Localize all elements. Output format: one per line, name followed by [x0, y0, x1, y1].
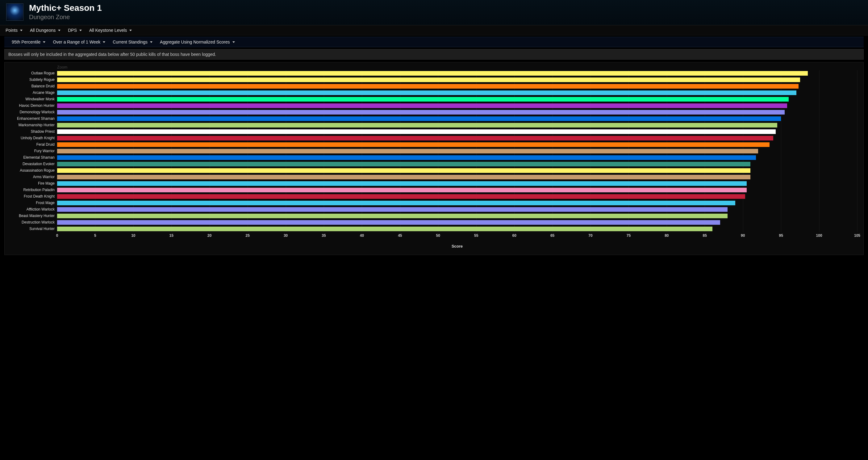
score-bar[interactable]	[57, 162, 750, 166]
spec-label[interactable]: Survival Hunter	[8, 226, 57, 232]
score-bar[interactable]	[57, 214, 727, 218]
x-tick: 60	[512, 234, 516, 238]
bar-row	[57, 148, 857, 154]
bar-row	[57, 154, 857, 161]
chevron-down-icon	[232, 41, 235, 43]
chevron-down-icon	[103, 41, 105, 43]
spec-label[interactable]: Beast Mastery Hunter	[8, 213, 57, 219]
primary-filter-dropdown-label: All Dungeons	[30, 28, 56, 33]
spec-label[interactable]: Elemental Shaman	[8, 154, 57, 161]
primary-filter-dropdown-2[interactable]: DPS	[68, 28, 82, 33]
score-bar[interactable]	[57, 78, 800, 82]
score-bar[interactable]	[57, 175, 750, 179]
secondary-filter-dropdown-1[interactable]: Over a Range of 1 Week	[53, 39, 105, 44]
score-bar[interactable]	[57, 136, 773, 141]
score-bar[interactable]	[57, 220, 720, 225]
bar-row	[57, 76, 857, 83]
spec-label[interactable]: Shadow Priest	[8, 128, 57, 135]
x-tick: 10	[131, 234, 135, 238]
x-tick: 20	[208, 234, 212, 238]
score-bar[interactable]	[57, 188, 747, 192]
x-tick: 65	[550, 234, 554, 238]
x-tick: 30	[284, 234, 288, 238]
spec-label[interactable]: Fury Warrior	[8, 148, 57, 154]
score-bar[interactable]	[57, 226, 712, 231]
spec-label[interactable]: Subtlety Rogue	[8, 76, 57, 83]
score-bar[interactable]	[57, 194, 745, 199]
x-axis-title: Score	[57, 244, 857, 248]
x-tick: 35	[322, 234, 326, 238]
x-tick: 80	[664, 234, 669, 238]
score-bar[interactable]	[57, 110, 785, 115]
score-bar[interactable]	[57, 168, 750, 173]
spec-label[interactable]: Retribution Paladin	[8, 187, 57, 193]
spec-label[interactable]: Windwalker Monk	[8, 96, 57, 102]
chevron-down-icon	[43, 41, 45, 43]
chart-panel: Zoom Outlaw RogueSubtlety RogueBalance D…	[4, 62, 864, 255]
page: Mythic+ Season 1 Dungeon Zone PointsAll …	[0, 0, 868, 255]
secondary-filter-dropdown-2[interactable]: Current Standings	[113, 39, 153, 44]
spec-label[interactable]: Fire Mage	[8, 180, 57, 187]
spec-label[interactable]: Destruction Warlock	[8, 219, 57, 226]
primary-filter-dropdown-0[interactable]: Points	[5, 28, 23, 33]
bar-row	[57, 200, 857, 206]
notice-banner: Bosses will only be included in the aggr…	[4, 49, 864, 60]
spec-label[interactable]: Arcane Mage	[8, 90, 57, 96]
spec-label[interactable]: Frost Death Knight	[8, 193, 57, 200]
y-axis-labels: Outlaw RogueSubtlety RogueBalance DruidA…	[8, 70, 57, 232]
score-bar[interactable]	[57, 201, 735, 205]
chevron-down-icon	[129, 30, 132, 31]
score-bar[interactable]	[57, 129, 776, 134]
score-bar[interactable]	[57, 90, 796, 95]
spec-label[interactable]: Assassination Rogue	[8, 167, 57, 174]
x-tick: 85	[703, 234, 707, 238]
primary-filter-bar: PointsAll DungeonsDPSAll Keystone Levels	[0, 25, 868, 35]
score-bar[interactable]	[57, 123, 777, 127]
score-bar[interactable]	[57, 142, 770, 147]
score-bar[interactable]	[57, 149, 758, 153]
spec-label[interactable]: Enhancement Shaman	[8, 116, 57, 122]
x-tick: 0	[56, 234, 58, 238]
bar-row	[57, 135, 857, 142]
bar-row	[57, 102, 857, 109]
bar-row	[57, 116, 857, 122]
bar-row	[57, 213, 857, 219]
bar-row	[57, 219, 857, 226]
plot-area[interactable]	[57, 70, 857, 232]
primary-filter-dropdown-3[interactable]: All Keystone Levels	[89, 28, 132, 33]
spec-label[interactable]: Marksmanship Hunter	[8, 122, 57, 128]
chevron-down-icon	[150, 41, 153, 43]
spec-label[interactable]: Demonology Warlock	[8, 109, 57, 116]
x-tick: 90	[741, 234, 745, 238]
x-tick: 45	[398, 234, 402, 238]
chevron-down-icon	[20, 30, 23, 31]
spec-label[interactable]: Affliction Warlock	[8, 206, 57, 213]
spec-label[interactable]: Frost Mage	[8, 200, 57, 206]
primary-filter-dropdown-label: Points	[5, 28, 18, 33]
spec-label[interactable]: Havoc Demon Hunter	[8, 102, 57, 109]
primary-filter-dropdown-label: All Keystone Levels	[89, 28, 127, 33]
spec-label[interactable]: Unholy Death Knight	[8, 135, 57, 142]
grid-line	[857, 70, 858, 232]
score-bar[interactable]	[57, 207, 727, 212]
spec-label[interactable]: Devastation Evoker	[8, 161, 57, 167]
bar-row	[57, 167, 857, 174]
x-tick: 25	[245, 234, 249, 238]
score-bar[interactable]	[57, 84, 799, 89]
score-bar[interactable]	[57, 155, 756, 160]
spec-label[interactable]: Outlaw Rogue	[8, 70, 57, 76]
spec-label[interactable]: Feral Druid	[8, 142, 57, 148]
score-bar[interactable]	[57, 103, 787, 108]
x-tick: 50	[436, 234, 440, 238]
bar-row	[57, 174, 857, 180]
secondary-filter-dropdown-3[interactable]: Aggregate Using Normalized Scores	[160, 39, 235, 44]
secondary-filter-dropdown-0[interactable]: 95th Percentile	[12, 39, 45, 44]
score-bar[interactable]	[57, 71, 808, 75]
score-bar[interactable]	[57, 97, 789, 101]
spec-label[interactable]: Balance Druid	[8, 83, 57, 90]
spec-label[interactable]: Arms Warrior	[8, 174, 57, 180]
score-bar[interactable]	[57, 181, 747, 186]
primary-filter-dropdown-1[interactable]: All Dungeons	[30, 28, 61, 33]
score-bar[interactable]	[57, 116, 781, 121]
x-tick: 105	[854, 234, 860, 238]
